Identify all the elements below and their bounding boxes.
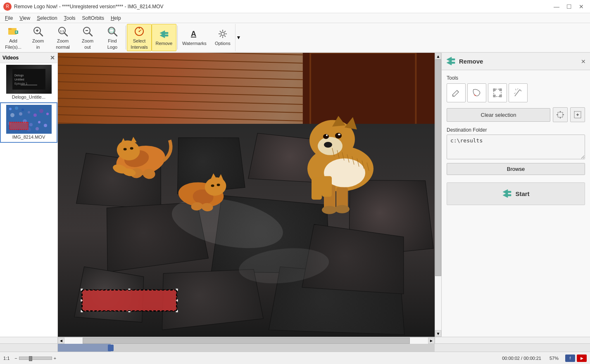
rect-tool-button[interactable]: [488, 83, 507, 102]
menu-view[interactable]: View: [16, 14, 33, 22]
menu-tools[interactable]: Tools: [61, 14, 79, 22]
zoom-slider-thumb[interactable]: [29, 356, 32, 361]
video-thumbnail-2: [6, 105, 52, 134]
menu-softorbits[interactable]: SoftOrbits: [79, 14, 107, 22]
select-intervals-label: Select: [133, 38, 146, 43]
svg-line-15: [114, 33, 117, 36]
svg-text:+: +: [15, 30, 17, 34]
svg-point-56: [36, 127, 39, 130]
svg-line-30: [224, 35, 226, 37]
svg-point-47: [46, 113, 49, 115]
svg-line-60: [457, 90, 459, 92]
toolbox-title: Remove: [459, 58, 483, 65]
zoom-minus-btn[interactable]: −: [14, 356, 17, 361]
svg-line-29: [220, 31, 221, 32]
selection-box[interactable]: [82, 290, 177, 311]
video-label-1: Delogo_Untitle...: [2, 94, 56, 100]
scroll-down-arrow[interactable]: ▼: [435, 330, 441, 337]
clear-selection-button[interactable]: Clear selection: [447, 108, 550, 122]
zoom-out-button[interactable]: Zoom out: [75, 24, 100, 51]
toolbox-close-button[interactable]: ✕: [581, 58, 586, 65]
zoom-plus-btn[interactable]: +: [54, 356, 56, 361]
zoom-normal-button[interactable]: 1:1 Zoom normal: [50, 24, 75, 51]
zoom-slider[interactable]: [19, 357, 52, 360]
h-scrollbar-container: ◄ ►: [0, 337, 590, 343]
timeline-left-spacer: [0, 344, 58, 352]
v-scroll-track[interactable]: [435, 59, 441, 330]
timeline-track[interactable]: [58, 344, 435, 352]
remove-icon: [158, 28, 170, 40]
browse-button[interactable]: Browse: [447, 163, 585, 175]
v-scroll-thumb[interactable]: [435, 59, 441, 276]
menu-file[interactable]: File: [2, 14, 16, 22]
scroll-left-arrow[interactable]: ◄: [58, 338, 64, 344]
videos-panel-header: Videos ✕: [0, 53, 57, 63]
minimize-button[interactable]: —: [551, 2, 562, 11]
svg-rect-1: [8, 28, 12, 30]
svg-rect-63: [493, 89, 495, 91]
brush-tool-button[interactable]: [467, 83, 486, 102]
timeline-container: [0, 343, 590, 352]
add-files-button[interactable]: + Add File(s)...: [1, 24, 26, 51]
tools-section: Tools: [447, 75, 585, 102]
select-intervals-button[interactable]: Select Intervals: [127, 24, 152, 51]
video-item-2[interactable]: IMG_8214.MOV: [0, 102, 57, 143]
add-files-label: Add: [9, 38, 17, 43]
toolbox-body: Tools: [442, 70, 590, 210]
corner-spacer: [435, 337, 441, 343]
destination-label: Destination Folder: [447, 127, 585, 133]
menu-bar: File View Selection Tools SoftOrbits Hel…: [0, 13, 590, 23]
scroll-up-arrow[interactable]: ▲: [435, 53, 441, 59]
facebook-button[interactable]: f: [565, 355, 575, 362]
close-button[interactable]: ✕: [576, 2, 587, 11]
separator2: [177, 26, 178, 50]
title-bar-left: R Remove Logo Now! - ****Unregistered ve…: [3, 2, 164, 11]
menu-help[interactable]: Help: [107, 14, 124, 22]
youtube-button[interactable]: ▶: [577, 355, 587, 362]
remove-button[interactable]: Remove: [152, 24, 176, 51]
zoom-in-button[interactable]: Zoom in: [26, 24, 50, 51]
svg-point-53: [44, 124, 47, 127]
svg-line-31: [224, 31, 226, 32]
contract-selection-button[interactable]: [570, 107, 585, 122]
svg-point-51: [29, 123, 33, 126]
watermarks-label: Watermarks: [182, 41, 207, 46]
menu-selection[interactable]: Selection: [33, 14, 60, 22]
tools-label: Tools: [447, 75, 585, 81]
zoom-normal-icon: 1:1: [57, 26, 69, 37]
svg-rect-66: [500, 95, 502, 97]
svg-point-39: [9, 108, 12, 110]
toolbar-scroll[interactable]: ▼: [235, 24, 242, 51]
video-item-1[interactable]: Delogo Untitled Episode 1 Delogo_Untitle…: [0, 63, 57, 102]
maximize-button[interactable]: ☐: [564, 2, 574, 11]
h-scroll-thumb[interactable]: [83, 338, 410, 344]
svg-point-45: [33, 113, 37, 117]
toolbox: Remove ✕ Tools: [441, 53, 590, 337]
svg-rect-67: [558, 112, 563, 117]
h-scrollbar-spacer: [0, 337, 58, 343]
svg-point-44: [28, 111, 30, 113]
expand-selection-button[interactable]: [553, 107, 568, 122]
destination-input[interactable]: c:\results: [447, 135, 585, 159]
scroll-right-arrow[interactable]: ►: [428, 338, 435, 344]
start-button[interactable]: Start: [447, 182, 585, 205]
zoom-in-label: Zoom: [32, 38, 44, 43]
time-code: 00:00:02 / 00:00:21: [502, 356, 541, 361]
pencil-tool-button[interactable]: [447, 83, 466, 102]
magic-tool-button[interactable]: [509, 83, 528, 102]
find-logo-button[interactable]: Find Logo: [100, 24, 125, 51]
svg-rect-37: [21, 85, 37, 85]
zoom-out-label: Zoom: [82, 38, 93, 43]
app-icon: R: [3, 2, 12, 11]
options-button[interactable]: Options: [210, 24, 235, 51]
zoom-in-label2: in: [36, 45, 40, 50]
timeline-playhead[interactable]: [108, 345, 114, 351]
timeline-elapsed: [58, 344, 111, 352]
add-files-icon: +: [7, 26, 19, 37]
title-bar-controls: — ☐ ✕: [551, 2, 587, 11]
watermarks-button[interactable]: A Watermarks: [178, 24, 210, 51]
videos-panel-close[interactable]: ✕: [50, 54, 55, 61]
svg-line-32: [220, 35, 221, 37]
h-scroll-track[interactable]: [64, 338, 428, 344]
toolbox-header: Remove ✕: [442, 53, 590, 70]
